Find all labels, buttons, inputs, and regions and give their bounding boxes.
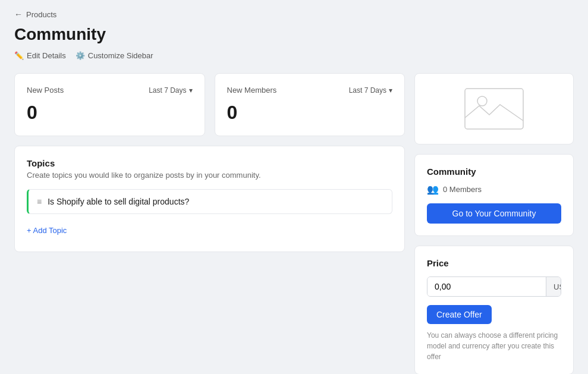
members-row: 👥 0 Members <box>427 184 561 195</box>
topic-text: Is Shopify able to sell digital products… <box>48 197 189 206</box>
new-posts-period-label: Last 7 Days <box>149 86 186 95</box>
members-count: 0 Members <box>443 185 482 194</box>
create-offer-button[interactable]: Create Offer <box>427 305 492 324</box>
new-members-header: New Members Last 7 Days ▾ <box>227 86 393 95</box>
price-title: Price <box>427 258 561 268</box>
edit-details-button[interactable]: ✏️ Edit Details <box>14 50 66 61</box>
currency-badge: USD <box>546 277 561 296</box>
chevron-down-icon-2: ▾ <box>389 86 392 95</box>
price-note: You can always choose a different pricin… <box>427 330 561 362</box>
breadcrumb-label: Products <box>26 10 56 19</box>
new-members-period-selector[interactable]: Last 7 Days ▾ <box>349 86 392 95</box>
price-input-row: USD <box>427 276 561 297</box>
edit-details-label: Edit Details <box>27 51 66 60</box>
price-input[interactable] <box>427 277 546 296</box>
go-to-community-button[interactable]: Go to Your Community <box>427 203 561 224</box>
pencil-icon: ✏️ <box>14 51 24 60</box>
left-column: New Posts Last 7 Days ▾ 0 New Members La… <box>14 73 405 252</box>
topic-item[interactable]: ≡ Is Shopify able to sell digital produc… <box>27 189 392 214</box>
new-posts-period-selector[interactable]: Last 7 Days ▾ <box>149 86 192 95</box>
new-members-period-label: Last 7 Days <box>349 86 386 95</box>
settings-icon: ⚙️ <box>76 51 85 60</box>
drag-handle-icon: ≡ <box>37 197 42 206</box>
breadcrumb[interactable]: ← Products <box>14 10 574 19</box>
stats-row: New Posts Last 7 Days ▾ 0 New Members La… <box>14 73 405 136</box>
add-topic-label: + Add Topic <box>27 226 67 235</box>
right-column: Community 👥 0 Members Go to Your Communi… <box>414 73 574 374</box>
community-panel: Community 👥 0 Members Go to Your Communi… <box>414 154 574 236</box>
topics-card: Topics Create topics you would like to o… <box>14 146 405 252</box>
new-members-card: New Members Last 7 Days ▾ 0 <box>215 73 405 136</box>
price-panel: Price USD Create Offer You can always ch… <box>414 246 574 374</box>
action-bar: ✏️ Edit Details ⚙️ Customize Sidebar <box>14 50 574 61</box>
new-posts-card: New Posts Last 7 Days ▾ 0 <box>14 73 205 136</box>
main-layout: New Posts Last 7 Days ▾ 0 New Members La… <box>14 73 574 374</box>
new-members-label: New Members <box>227 86 277 95</box>
customize-sidebar-label: Customize Sidebar <box>88 51 153 60</box>
new-posts-header: New Posts Last 7 Days ▾ <box>27 86 193 95</box>
back-arrow-icon: ← <box>14 10 23 19</box>
page-title: Community <box>14 25 574 44</box>
chevron-down-icon: ▾ <box>189 86 193 95</box>
svg-rect-0 <box>465 89 523 129</box>
new-members-value: 0 <box>227 102 393 124</box>
members-icon: 👥 <box>427 184 439 195</box>
community-panel-title: Community <box>427 166 561 177</box>
add-topic-button[interactable]: + Add Topic <box>27 221 67 240</box>
topics-description: Create topics you would like to organize… <box>27 171 392 180</box>
new-posts-label: New Posts <box>27 86 64 95</box>
svg-point-1 <box>477 96 487 106</box>
community-image-placeholder <box>414 73 574 144</box>
topics-title: Topics <box>27 158 392 168</box>
new-posts-value: 0 <box>27 102 193 124</box>
customize-sidebar-button[interactable]: ⚙️ Customize Sidebar <box>76 50 153 61</box>
placeholder-image-icon <box>464 88 524 130</box>
page-container: ← Products Community ✏️ Edit Details ⚙️ … <box>0 0 588 374</box>
